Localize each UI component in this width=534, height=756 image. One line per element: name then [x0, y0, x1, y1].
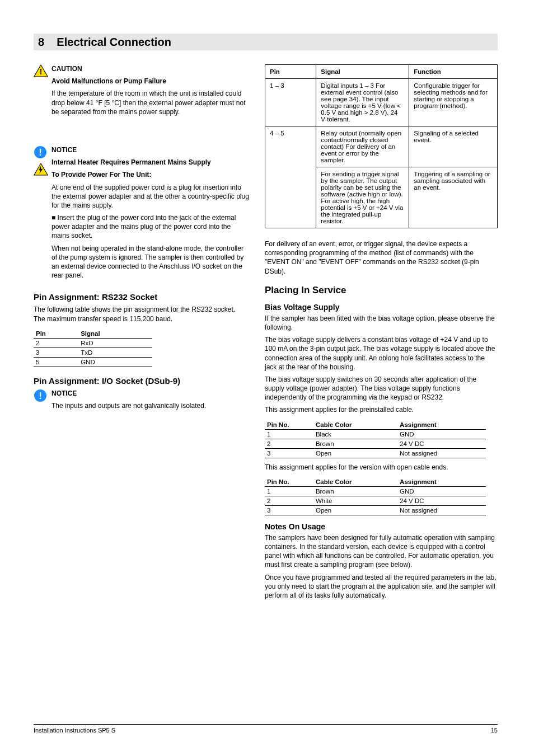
usage-heading: Notes On Usage: [265, 522, 498, 531]
usage-p1: The samplers have been designed for full…: [265, 533, 498, 570]
svg-text:!: !: [40, 67, 43, 76]
signal-header: Signal: [78, 329, 152, 339]
page-number: 15: [491, 727, 498, 734]
table-row: 1 – 3 Digital inputs 1 – 3 For external …: [265, 79, 498, 126]
section-spacer: [44, 36, 57, 49]
notice-icon: !: [34, 145, 47, 159]
footer-title: Installation Instructions SP5 S: [34, 727, 115, 734]
svg-text:!: !: [39, 147, 42, 158]
table-row: 4 – 5 Relay output (normally open contac…: [265, 126, 498, 167]
warning-icon: !: [34, 64, 48, 77]
rs232-p1: The following table shows the pin assign…: [34, 306, 235, 313]
caution-text: If the temperature of the room in which …: [51, 89, 249, 116]
notice-icon: !: [34, 389, 47, 402]
rs232-table: PinSignal 2RxD 3TxD 5GND: [34, 329, 152, 367]
caution-sub: Avoid Malfunctions or Pump Failure: [51, 77, 166, 85]
page-footer: Installation Instructions SP5 S 15: [34, 724, 498, 734]
table-row: 1BrownGND: [265, 486, 486, 496]
placing-heading: Placing In Service: [265, 285, 498, 296]
io-pin-table: Pin Signal Function 1 – 3 Digital inputs…: [265, 64, 498, 228]
io-notice-label: NOTICE: [51, 389, 77, 397]
rs232-heading: Pin Assignment: RS232 Socket: [34, 292, 249, 302]
electric-warning-icon: [34, 163, 48, 176]
bias-p1: If the sampler has been fitted with the …: [265, 314, 498, 332]
notice-text3: When not being operated in the stand-alo…: [51, 244, 249, 280]
notice-text2: ■ Insert the plug of the power cord into…: [51, 213, 249, 241]
table-row: 2White24 V DC: [265, 496, 486, 505]
pin-header: Pin: [34, 329, 78, 339]
bias-heading: Bias Voltage Supply: [265, 303, 498, 312]
usage-p2: Once you have programmed and tested all …: [265, 573, 498, 600]
io-notice-text: The inputs and outputs are not galvanica…: [51, 401, 249, 410]
table-row: 3OpenNot assigned: [265, 505, 486, 515]
table-row: 1BlackGND: [265, 429, 486, 439]
section-number: 8: [38, 36, 44, 49]
bias-p2: The bias voltage supply delivers a const…: [265, 335, 498, 372]
bias-p3: The bias voltage supply switches on 30 s…: [265, 375, 498, 402]
section-title: Electrical Connection: [57, 36, 171, 49]
bias-table-a: Pin No.Cable ColorAssignment 1BlackGND 2…: [265, 420, 486, 458]
bias-p4: This assignment applies for the preinsta…: [265, 405, 498, 414]
notice-step: To Provide Power For The Unit:: [51, 171, 151, 179]
table-row: 2Brown24 V DC: [265, 439, 486, 448]
caution-label: CAUTION: [51, 65, 82, 73]
io-heading: Pin Assignment: I/O Socket (DSub-9): [34, 376, 249, 386]
table-row: 3OpenNot assigned: [265, 448, 486, 458]
bias-p5: This assignment applies for the version …: [265, 463, 498, 472]
notice-sub: Internal Heater Requires Permanent Mains…: [51, 158, 211, 166]
notice-text1: At one end of the supplied power cord is…: [51, 183, 249, 210]
table-row: 5GND: [34, 357, 152, 367]
table-row: 3TxD: [34, 348, 152, 357]
table-row: 2RxD: [34, 338, 152, 348]
bias-table-b: Pin No.Cable ColorAssignment 1BrownGND 2…: [265, 477, 486, 515]
notice-label: NOTICE: [51, 146, 77, 154]
rs232-p2: The maximum transfer speed is 115,200 ba…: [34, 315, 172, 323]
after-table-text: For delivery of an event, error, or trig…: [265, 240, 498, 276]
svg-text:!: !: [39, 391, 42, 401]
